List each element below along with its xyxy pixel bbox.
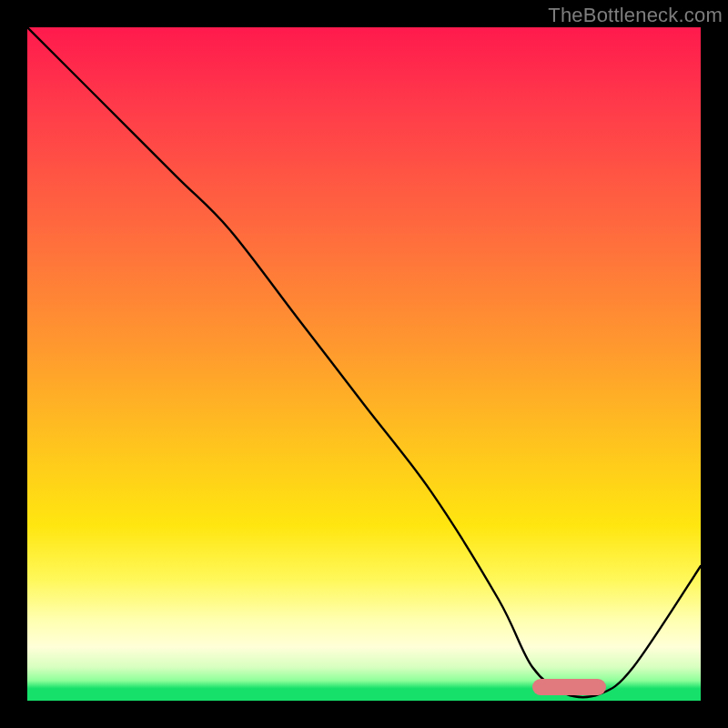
bottleneck-curve [27, 27, 701, 701]
plot-area [27, 27, 701, 701]
optimal-range-marker [532, 679, 606, 695]
chart-frame: TheBottleneck.com [0, 0, 728, 728]
watermark-text: TheBottleneck.com [548, 4, 723, 27]
